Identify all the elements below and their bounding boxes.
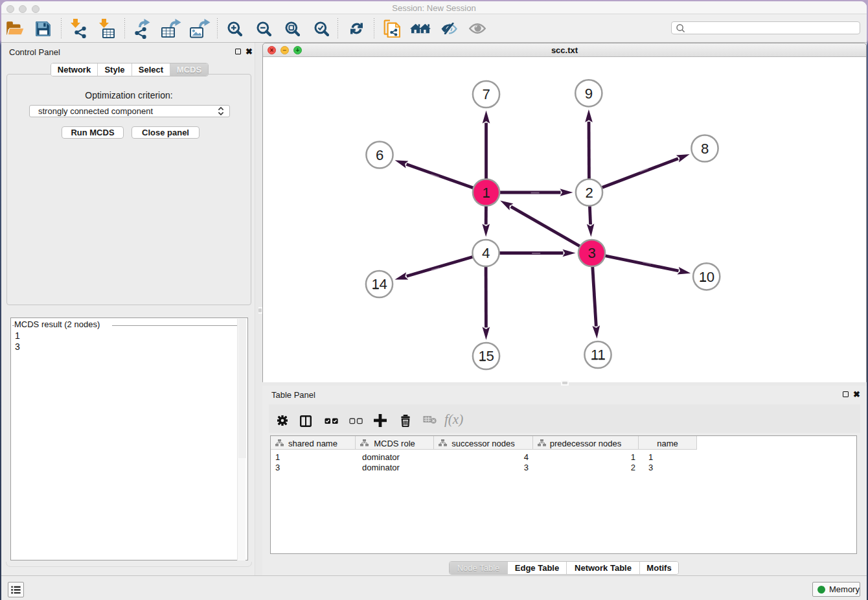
svg-text:2: 2 — [586, 185, 593, 201]
svg-text:10: 10 — [699, 269, 714, 285]
svg-text:1: 1 — [483, 185, 490, 201]
svg-text:6: 6 — [376, 147, 383, 163]
svg-text:15: 15 — [479, 348, 494, 364]
svg-text:8: 8 — [701, 141, 709, 157]
svg-text:14: 14 — [372, 276, 387, 292]
svg-text:9: 9 — [585, 86, 593, 102]
svg-text:3: 3 — [588, 245, 596, 261]
svg-text:7: 7 — [483, 86, 490, 102]
svg-text:4: 4 — [482, 245, 490, 261]
svg-text:11: 11 — [591, 347, 605, 363]
